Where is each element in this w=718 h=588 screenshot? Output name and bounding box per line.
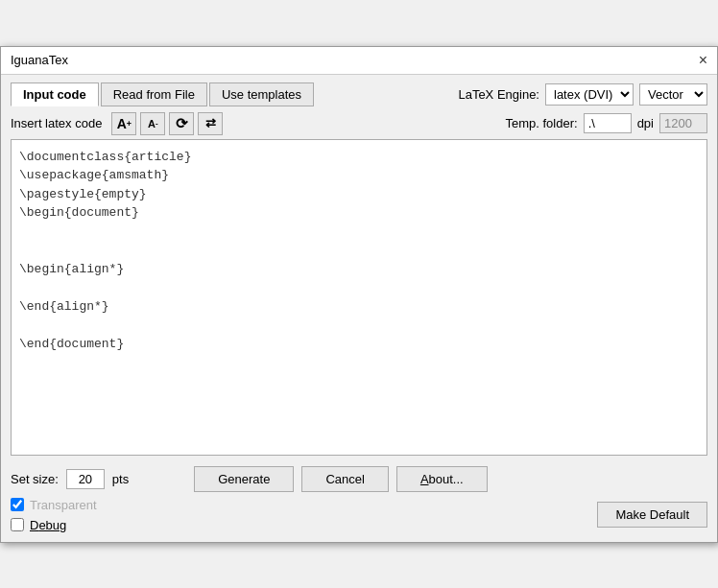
bottom-last-row: Transparent Debug Make Default xyxy=(11,498,707,532)
transparent-checkbox[interactable] xyxy=(11,498,24,511)
increase-font-button[interactable]: A+ xyxy=(111,112,136,135)
engine-controls: LaTeX Engine: latex (DVI) pdflatex xelat… xyxy=(458,83,707,106)
generate-button[interactable]: Generate xyxy=(194,466,294,492)
window-title: IguanaTex xyxy=(11,53,68,67)
size-label: Set size: xyxy=(11,472,59,486)
transparent-label: Transparent xyxy=(30,498,97,512)
bottom-left-col: Transparent Debug xyxy=(11,498,97,532)
engine-select[interactable]: latex (DVI) pdflatex xelatex lualatex xyxy=(545,83,634,106)
cancel-button[interactable]: Cancel xyxy=(301,466,388,492)
temp-folder-section: Temp. folder: dpi xyxy=(505,113,707,133)
close-button[interactable]: × xyxy=(697,53,709,68)
increase-arrow-icon: + xyxy=(127,119,132,129)
toolbar-label: Insert latex code xyxy=(11,116,102,130)
increase-font-icon: A xyxy=(117,116,127,131)
debug-row: Debug xyxy=(11,518,97,532)
debug-label: Debug xyxy=(30,518,66,532)
reset-icon: ⇄ xyxy=(205,116,216,130)
reset-button[interactable]: ⇄ xyxy=(198,112,223,135)
tab-row: Input code Read from File Use templates … xyxy=(11,82,707,106)
pts-label: pts xyxy=(112,472,129,486)
toolbar-row: Insert latex code A+ A- ⟳ ⇄ Temp. folder… xyxy=(11,112,707,135)
decrease-arrow-icon: - xyxy=(156,119,158,128)
transparent-row: Transparent xyxy=(11,498,97,512)
about-underline-a: About... xyxy=(420,472,464,486)
size-and-actions-row: Set size: pts Generate Cancel About... xyxy=(11,466,707,492)
tab-read-from-file[interactable]: Read from File xyxy=(101,82,207,106)
temp-folder-label: Temp. folder: xyxy=(505,116,577,130)
title-bar: IguanaTex × xyxy=(1,47,717,75)
action-buttons: Generate Cancel About... xyxy=(194,466,487,492)
temp-folder-input[interactable] xyxy=(584,113,632,133)
dpi-label: dpi xyxy=(637,116,654,130)
dpi-input[interactable] xyxy=(659,113,707,133)
output-select[interactable]: Vector Bitmap xyxy=(639,83,707,106)
window-body: Input code Read from File Use templates … xyxy=(1,75,717,542)
refresh-button[interactable]: ⟳ xyxy=(169,112,194,135)
latex-code-editor[interactable]: \documentclass{article} \usepackage{amsm… xyxy=(11,139,707,456)
about-button[interactable]: About... xyxy=(396,466,488,492)
debug-checkbox[interactable] xyxy=(11,518,24,531)
size-input[interactable] xyxy=(66,469,105,489)
tab-input-code[interactable]: Input code xyxy=(11,82,99,106)
decrease-font-icon: A xyxy=(148,118,156,129)
engine-label: LaTeX Engine: xyxy=(458,87,539,102)
tab-use-templates[interactable]: Use templates xyxy=(209,82,314,106)
main-window: IguanaTex × Input code Read from File Us… xyxy=(0,46,718,543)
make-default-button[interactable]: Make Default xyxy=(597,502,707,528)
refresh-icon: ⟳ xyxy=(176,115,188,132)
decrease-font-button[interactable]: A- xyxy=(140,112,165,135)
bottom-section: Set size: pts Generate Cancel About... T… xyxy=(11,466,707,532)
